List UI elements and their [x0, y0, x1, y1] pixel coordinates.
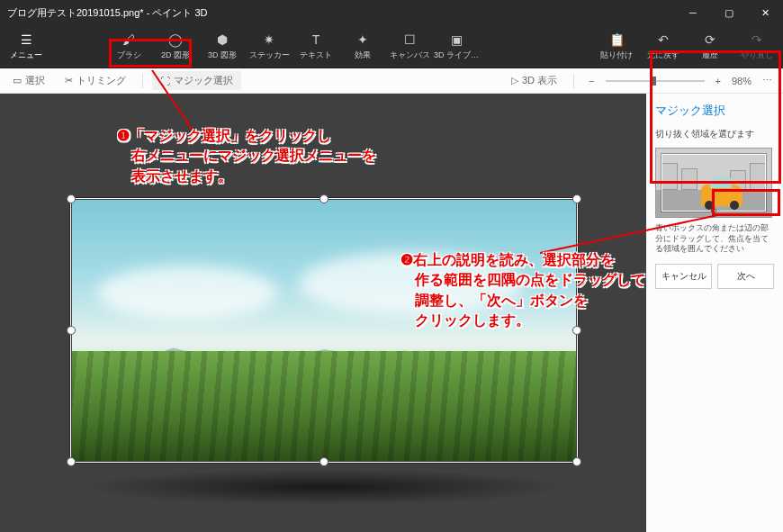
sticker-icon: ✷	[261, 32, 277, 48]
lib3d-tool[interactable]: ▣ 3D ライブ…	[434, 29, 479, 65]
view3d-toggle[interactable]: ▷ 3D 表示	[504, 72, 564, 89]
hamburger-icon: ☰	[18, 32, 34, 48]
brush-icon: 🖌	[121, 32, 137, 48]
shape3d-icon: ⬢	[214, 32, 230, 48]
maximize-button[interactable]: ▢	[711, 0, 747, 25]
redo-icon: ↷	[749, 32, 765, 48]
canvas-tool[interactable]: ☐ キャンバス	[387, 29, 432, 65]
zoom-value: 98%	[732, 76, 752, 86]
close-button[interactable]: ✕	[747, 0, 783, 25]
ribbon: ☰ メニュー 🖌 ブラシ ◯ 2D 図形 ⬢ 3D 図形 ✷ ステッカー T テ…	[0, 25, 783, 68]
next-button[interactable]: 次へ	[717, 264, 774, 289]
canvas-icon: ☐	[401, 32, 418, 48]
undo-button[interactable]: ↶ 元に戻す	[641, 29, 686, 65]
text-tool[interactable]: T テキスト	[293, 29, 338, 65]
sidepanel: マジック選択 切り抜く領域を選びます 青いボックスの角または辺の部分にドラッグし…	[646, 94, 783, 532]
sidepanel-hint: 切り抜く領域を選びます	[655, 128, 774, 140]
zoom-in-button[interactable]: +	[710, 76, 726, 86]
crop-icon: ✂	[65, 75, 73, 86]
play-icon: ▷	[511, 75, 518, 86]
tutorial-annotation-2: ❷右上の説明を読み、選択部分を 作る範囲を四隅の点をドラッグして 調整し、「次へ…	[400, 250, 645, 331]
menu-button[interactable]: ☰ メニュー	[4, 29, 49, 65]
text-icon: T	[308, 32, 324, 48]
select-tool[interactable]: ▭ 選択	[5, 72, 52, 89]
sidepanel-thumbnail	[655, 148, 772, 218]
more-button[interactable]: ⋯	[757, 75, 778, 86]
zoom-slider[interactable]	[606, 80, 705, 82]
crop-tool[interactable]: ✂ トリミング	[58, 72, 133, 89]
history-icon: ⟳	[702, 32, 718, 48]
undo-icon: ↶	[655, 32, 671, 48]
shape3d-tool[interactable]: ⬢ 3D 図形	[200, 29, 245, 65]
magic-select-tool[interactable]: ⛶ マジック選択	[152, 71, 241, 90]
cancel-button[interactable]: キャンセル	[655, 264, 712, 289]
zoom-out-button[interactable]: −	[583, 76, 599, 86]
sidepanel-title: マジック選択	[655, 103, 774, 119]
redo-button[interactable]: ↷ やり直し	[734, 29, 779, 65]
cube-icon: ▣	[448, 32, 464, 48]
window-title: ブログ用テスト20191015.png* - ペイント 3D	[0, 6, 675, 20]
sidepanel-description: 青いボックスの角または辺の部分にドラッグして、焦点を当てる領域を囲んでください	[655, 223, 774, 255]
tutorial-annotation-1: ❶「マジック選択」をクリックし 右メニューにマジック選択メニューを 表示させます…	[117, 126, 376, 186]
pointer-icon: ▭	[13, 75, 22, 86]
menu-label: メニュー	[10, 50, 42, 61]
titlebar: ブログ用テスト20191015.png* - ペイント 3D ─ ▢ ✕	[0, 0, 783, 25]
sticker-tool[interactable]: ✷ ステッカー	[247, 29, 292, 65]
history-button[interactable]: ⟳ 履歴	[688, 29, 733, 65]
effect-tool[interactable]: ✦ 効果	[340, 29, 385, 65]
brush-tool[interactable]: 🖌 ブラシ	[106, 29, 151, 65]
effect-icon: ✦	[355, 32, 371, 48]
minimize-button[interactable]: ─	[675, 0, 711, 25]
subtoolbar: ▭ 選択 ✂ トリミング ⛶ マジック選択 ▷ 3D 表示 − + 98% ⋯	[0, 68, 783, 94]
paste-icon: 📋	[608, 32, 625, 48]
shape2d-tool[interactable]: ◯ 2D 図形	[153, 29, 198, 65]
shape2d-icon: ◯	[167, 32, 184, 48]
paste-button[interactable]: 📋 貼り付け	[594, 29, 639, 65]
